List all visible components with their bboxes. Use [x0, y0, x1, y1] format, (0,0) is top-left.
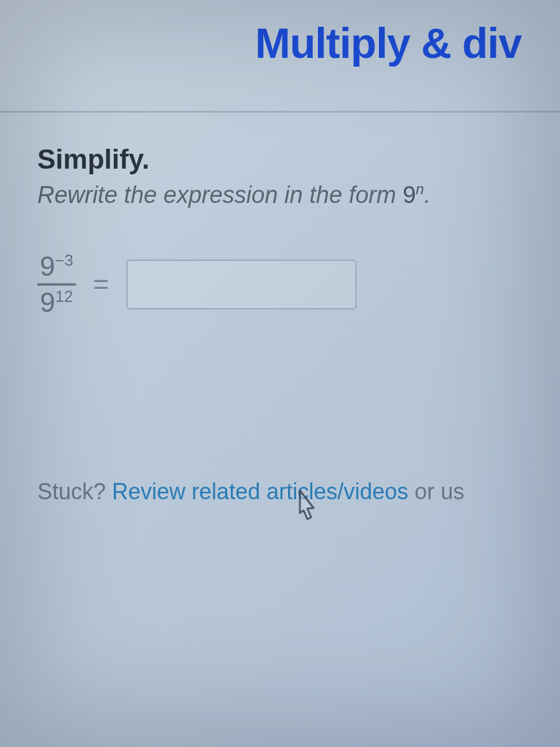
fraction-bar	[37, 283, 76, 286]
equation-row: 9−3 912 =	[37, 252, 523, 317]
expression-fraction: 9−3 912	[37, 252, 76, 317]
instruction-prefix: Rewrite the expression in the form	[37, 182, 403, 208]
answer-input[interactable]	[126, 260, 357, 309]
stuck-link[interactable]: Review related articles/videos	[112, 479, 408, 504]
instruction-base: 9	[403, 182, 416, 208]
den-exponent: 12	[55, 288, 73, 305]
simplify-heading: Simplify.	[37, 144, 523, 175]
fraction-numerator: 9−3	[37, 252, 76, 281]
page-title: Multiply & div	[0, 19, 560, 67]
stuck-row: Stuck? Review related articles/videos or…	[37, 479, 523, 505]
stuck-prefix: Stuck?	[37, 479, 112, 504]
header-divider	[0, 111, 560, 113]
den-base: 9	[40, 287, 55, 317]
stuck-suffix: or us	[408, 479, 464, 504]
instruction-exponent: n	[416, 181, 424, 197]
num-exponent: −3	[55, 251, 73, 269]
instruction-suffix: .	[424, 182, 431, 208]
equals-sign: =	[93, 269, 110, 300]
fraction-denominator: 912	[37, 288, 75, 317]
instruction-text: Rewrite the expression in the form 9n.	[37, 181, 523, 209]
num-base: 9	[40, 251, 55, 281]
